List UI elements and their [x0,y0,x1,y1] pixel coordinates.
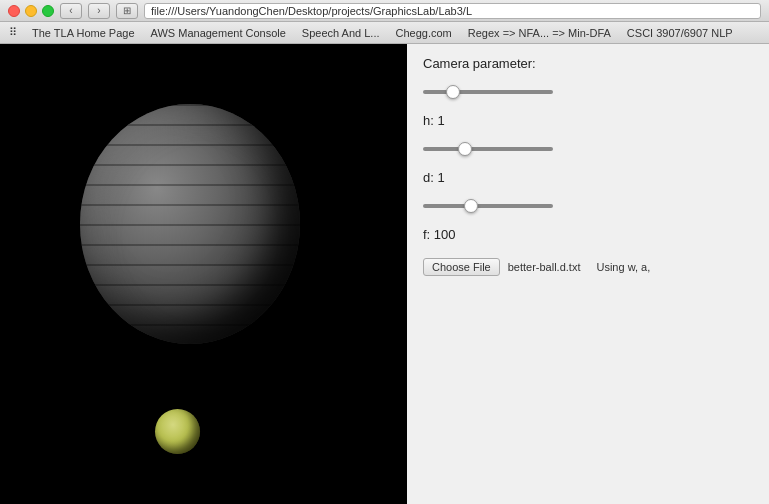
d-label: d: 1 [423,170,753,185]
bookmark-chegg[interactable]: Chegg.com [388,25,460,41]
bookmarks-bar: ⠿ The TLA Home Page AWS Management Conso… [0,22,769,44]
traffic-lights [8,5,54,17]
h-slider-container [423,140,553,154]
choose-file-button[interactable]: Choose File [423,258,500,276]
camera-slider[interactable] [423,90,553,94]
bookmark-regex[interactable]: Regex => NFA... => Min-DFA [460,25,619,41]
camera-param-label: Camera parameter: [423,56,753,71]
canvas-area [0,44,407,504]
small-sphere [155,409,200,454]
file-row: Choose File better-ball.d.txt Using w, a… [423,258,753,276]
file-name-label: better-ball.d.txt [508,261,581,273]
sphere-container [60,104,300,384]
d-slider[interactable] [423,204,553,208]
bookmark-tla[interactable]: The TLA Home Page [24,25,143,41]
bookmark-csci[interactable]: CSCI 3907/6907 NLP [619,25,741,41]
right-panel: Camera parameter: h: 1 d: 1 f: 100 Choos… [407,44,769,504]
url-bar[interactable]: file:///Users/YuandongChen/Desktop/proje… [144,3,761,19]
titlebar: ‹ › ⊞ file:///Users/YuandongChen/Desktop… [0,0,769,22]
url-text: file:///Users/YuandongChen/Desktop/proje… [151,5,472,17]
bookmarks-grid-icon: ⠿ [6,26,20,39]
bookmark-aws[interactable]: AWS Management Console [143,25,294,41]
d-slider-container [423,197,553,211]
main-sphere [80,104,300,344]
minimize-button[interactable] [25,5,37,17]
close-button[interactable] [8,5,20,17]
window-mode-button[interactable]: ⊞ [116,3,138,19]
main-content: Camera parameter: h: 1 d: 1 f: 100 Choos… [0,44,769,504]
back-button[interactable]: ‹ [60,3,82,19]
using-text: Using w, a, [596,261,650,273]
h-label: h: 1 [423,113,753,128]
bookmark-speech[interactable]: Speech And L... [294,25,388,41]
f-label: f: 100 [423,227,753,242]
maximize-button[interactable] [42,5,54,17]
camera-slider-container [423,83,553,97]
forward-button[interactable]: › [88,3,110,19]
h-slider[interactable] [423,147,553,151]
